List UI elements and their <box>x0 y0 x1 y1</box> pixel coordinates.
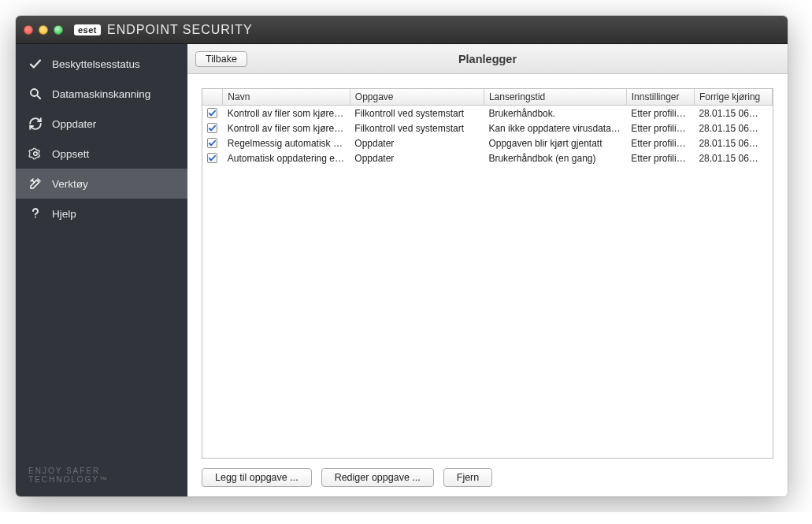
sidebar-item-label: Verktøy <box>52 178 88 190</box>
scheduler-panel: Navn Oppgave Lanseringstid Innstillinger… <box>187 74 788 496</box>
window-controls <box>24 25 63 35</box>
close-window-button[interactable] <box>24 25 33 35</box>
row-task-cell: Filkontroll ved systemstart <box>350 121 484 136</box>
col-header-name[interactable]: Navn <box>223 89 350 106</box>
tools-icon <box>28 177 43 191</box>
task-enabled-checkbox[interactable] <box>207 123 217 133</box>
row-last-run-cell: 28.01.15 06… <box>694 151 772 165</box>
page-title: Planlegger <box>187 53 788 65</box>
task-table-container: Navn Oppgave Lanseringstid Innstillinger… <box>202 88 773 459</box>
sidebar-footer-tagline: ENJOY SAFER TECHNOLOGY™ <box>16 454 187 496</box>
task-enabled-checkbox[interactable] <box>207 153 217 163</box>
sidebar-item-protection-status[interactable]: Beskyttelsesstatus <box>16 49 187 79</box>
sidebar-item-label: Oppsett <box>52 148 89 160</box>
row-settings-cell: Etter profilinnlasting <box>626 106 694 121</box>
main-panel: Tilbake Planlegger <box>187 44 788 496</box>
svg-point-3 <box>35 217 36 218</box>
row-settings-cell: Etter profilinnlasting <box>626 121 694 136</box>
bottom-button-bar: Legg til oppgave ... Rediger oppgave ...… <box>202 459 773 487</box>
row-launch-cell: Brukerhåndbok. <box>484 106 626 121</box>
col-header-last-run[interactable]: Forrige kjøring <box>694 89 772 106</box>
edit-task-button[interactable]: Rediger oppgave ... <box>321 468 434 487</box>
col-header-task[interactable]: Oppgave <box>350 89 484 106</box>
row-name-cell: Regelmessig automatisk oppdatering <box>223 136 350 151</box>
sidebar-item-tools[interactable]: Verktøy <box>16 169 187 199</box>
sidebar: Beskyttelsesstatus Datamaskinskanning Op… <box>16 44 187 496</box>
row-name-cell: Automatisk oppdatering etter brukerpålog… <box>223 151 350 165</box>
app-window: eset ENDPOINT SECURITY Beskyttelsesstatu… <box>16 16 788 496</box>
sidebar-item-label: Hjelp <box>52 208 76 220</box>
task-table: Navn Oppgave Lanseringstid Innstillinger… <box>202 89 773 165</box>
table-row[interactable]: Kontroll av filer som kjøres ved oppstar… <box>202 121 773 136</box>
row-launch-cell: Kan ikke oppdatere virusdatabasen <box>484 121 626 136</box>
svg-point-0 <box>31 89 38 96</box>
content: Beskyttelsesstatus Datamaskinskanning Op… <box>16 44 788 496</box>
brand: eset ENDPOINT SECURITY <box>74 23 253 37</box>
row-launch-cell: Oppgaven blir kjørt gjentatt <box>484 136 626 151</box>
row-last-run-cell: 28.01.15 06… <box>694 121 772 136</box>
sidebar-item-update[interactable]: Oppdater <box>16 109 187 139</box>
titlebar: eset ENDPOINT SECURITY <box>16 16 788 44</box>
row-checkbox-cell[interactable] <box>202 151 223 165</box>
task-enabled-checkbox[interactable] <box>207 138 217 148</box>
table-row[interactable]: Kontroll av filer som kjøres ved oppstar… <box>202 106 773 121</box>
gear-icon <box>28 147 43 161</box>
magnify-icon <box>28 87 43 101</box>
check-icon <box>28 57 43 71</box>
sidebar-item-computer-scan[interactable]: Datamaskinskanning <box>16 79 187 109</box>
svg-line-1 <box>37 95 41 99</box>
brand-title: ENDPOINT SECURITY <box>107 23 253 37</box>
sidebar-item-setup[interactable]: Oppsett <box>16 139 187 169</box>
row-last-run-cell: 28.01.15 06… <box>694 106 772 121</box>
sidebar-item-label: Beskyttelsesstatus <box>52 58 140 70</box>
col-header-checkbox[interactable] <box>202 89 223 106</box>
add-task-button[interactable]: Legg til oppgave ... <box>202 468 312 487</box>
row-launch-cell: Brukerhåndbok (en gang) <box>484 151 626 165</box>
brand-logo: eset <box>74 24 101 35</box>
row-settings-cell: Etter profilinnlasting <box>626 136 694 151</box>
row-checkbox-cell[interactable] <box>202 136 223 151</box>
row-task-cell: Filkontroll ved systemstart <box>350 106 484 121</box>
sidebar-item-label: Datamaskinskanning <box>52 88 150 100</box>
table-header-row: Navn Oppgave Lanseringstid Innstillinger… <box>202 89 773 106</box>
row-name-cell: Kontroll av filer som kjøres ved oppstar… <box>223 106 350 121</box>
toolbar: Tilbake Planlegger <box>187 44 788 74</box>
col-header-settings[interactable]: Innstillinger <box>626 89 694 106</box>
sidebar-nav: Beskyttelsesstatus Datamaskinskanning Op… <box>16 44 187 229</box>
row-task-cell: Oppdater <box>350 151 484 165</box>
minimize-window-button[interactable] <box>39 25 48 35</box>
row-settings-cell: Etter profilinnlasting <box>626 151 694 165</box>
sidebar-item-help[interactable]: Hjelp <box>16 199 187 229</box>
zoom-window-button[interactable] <box>54 25 63 35</box>
sidebar-item-label: Oppdater <box>52 118 96 130</box>
svg-point-2 <box>34 152 38 156</box>
remove-task-button[interactable]: Fjern <box>443 468 492 487</box>
row-checkbox-cell[interactable] <box>202 106 223 121</box>
col-header-launch-time[interactable]: Lanseringstid <box>484 89 626 106</box>
back-button[interactable]: Tilbake <box>195 51 247 67</box>
refresh-icon <box>28 117 43 131</box>
row-checkbox-cell[interactable] <box>202 121 223 136</box>
row-last-run-cell: 28.01.15 06… <box>694 136 772 151</box>
row-task-cell: Oppdater <box>350 136 484 151</box>
question-icon <box>28 206 43 221</box>
table-row[interactable]: Automatisk oppdatering etter brukerpålog… <box>202 151 773 165</box>
row-name-cell: Kontroll av filer som kjøres ved oppstar… <box>223 121 350 136</box>
task-enabled-checkbox[interactable] <box>207 108 217 118</box>
table-row[interactable]: Regelmessig automatisk oppdateringOppdat… <box>202 136 773 151</box>
